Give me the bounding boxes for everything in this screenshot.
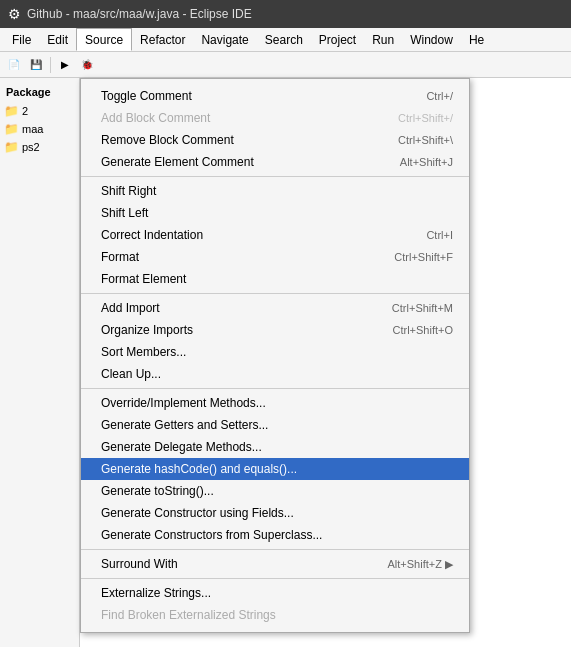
menu-section-comments: Toggle Comment Ctrl+/ Add Block Comment …: [81, 82, 469, 177]
menu-navigate[interactable]: Navigate: [193, 28, 256, 51]
menu-refactor[interactable]: Refactor: [132, 28, 193, 51]
sidebar: Package 📁 2 📁 maa 📁 ps2: [0, 78, 80, 647]
sidebar-item-2[interactable]: 📁 2: [0, 102, 79, 120]
generate-getters-setters-label: Generate Getters and Setters...: [101, 418, 268, 432]
menu-section-imports: Add Import Ctrl+Shift+M Organize Imports…: [81, 294, 469, 389]
menu-window[interactable]: Window: [402, 28, 461, 51]
find-broken-strings-label: Find Broken Externalized Strings: [101, 608, 276, 622]
toolbar-debug[interactable]: 🐞: [77, 55, 97, 75]
menu-section-externalize: Externalize Strings... Find Broken Exter…: [81, 579, 469, 629]
sidebar-item-label-2: 2: [22, 105, 28, 117]
folder-icon-maa: 📁: [4, 122, 19, 136]
menu-generate-constructors-superclass[interactable]: Generate Constructors from Superclass...: [81, 524, 469, 546]
toolbar-sep-1: [50, 57, 51, 73]
remove-block-comment-label: Remove Block Comment: [101, 133, 234, 147]
menu-source[interactable]: Source: [76, 28, 132, 51]
menu-generate-element-comment[interactable]: Generate Element Comment Alt+Shift+J: [81, 151, 469, 173]
main-area: Package 📁 2 📁 maa 📁 ps2 Toggle Comment C…: [0, 78, 571, 647]
correct-indentation-shortcut: Ctrl+I: [426, 229, 453, 241]
sidebar-item-label-maa: maa: [22, 123, 43, 135]
content-area: Toggle Comment Ctrl+/ Add Block Comment …: [80, 78, 571, 647]
menu-section-indentation: Shift Right Shift Left Correct Indentati…: [81, 177, 469, 294]
toggle-comment-shortcut: Ctrl+/: [426, 90, 453, 102]
sidebar-item-maa[interactable]: 📁 maa: [0, 120, 79, 138]
format-element-label: Format Element: [101, 272, 186, 286]
menu-shift-right[interactable]: Shift Right: [81, 180, 469, 202]
surround-with-shortcut: Alt+Shift+Z ▶: [388, 558, 453, 571]
sidebar-item-label-ps2: ps2: [22, 141, 40, 153]
menu-add-block-comment: Add Block Comment Ctrl+Shift+/: [81, 107, 469, 129]
sidebar-header: Package: [0, 82, 79, 102]
menu-shift-left[interactable]: Shift Left: [81, 202, 469, 224]
menu-edit[interactable]: Edit: [39, 28, 76, 51]
menu-section-surround: Surround With Alt+Shift+Z ▶: [81, 550, 469, 579]
add-block-comment-shortcut: Ctrl+Shift+/: [398, 112, 453, 124]
menu-find-broken-strings: Find Broken Externalized Strings: [81, 604, 469, 626]
generate-constructors-superclass-label: Generate Constructors from Superclass...: [101, 528, 322, 542]
source-dropdown-menu: Toggle Comment Ctrl+/ Add Block Comment …: [80, 78, 470, 633]
format-shortcut: Ctrl+Shift+F: [394, 251, 453, 263]
toolbar-save[interactable]: 💾: [26, 55, 46, 75]
override-implement-label: Override/Implement Methods...: [101, 396, 266, 410]
menu-externalize-strings[interactable]: Externalize Strings...: [81, 582, 469, 604]
generate-hashcode-equals-label: Generate hashCode() and equals()...: [101, 462, 297, 476]
menu-generate-delegate-methods[interactable]: Generate Delegate Methods...: [81, 436, 469, 458]
menu-format[interactable]: Format Ctrl+Shift+F: [81, 246, 469, 268]
menu-correct-indentation[interactable]: Correct Indentation Ctrl+I: [81, 224, 469, 246]
menu-sort-members[interactable]: Sort Members...: [81, 341, 469, 363]
organize-imports-label: Organize Imports: [101, 323, 193, 337]
menu-surround-with[interactable]: Surround With Alt+Shift+Z ▶: [81, 553, 469, 575]
clean-up-label: Clean Up...: [101, 367, 161, 381]
folder-icon-2: 📁: [4, 104, 19, 118]
toolbar-run[interactable]: ▶: [55, 55, 75, 75]
add-import-shortcut: Ctrl+Shift+M: [392, 302, 453, 314]
surround-with-label: Surround With: [101, 557, 178, 571]
toolbar-new[interactable]: 📄: [4, 55, 24, 75]
shift-right-label: Shift Right: [101, 184, 156, 198]
menu-generate-constructor-fields[interactable]: Generate Constructor using Fields...: [81, 502, 469, 524]
generate-element-comment-label: Generate Element Comment: [101, 155, 254, 169]
organize-imports-shortcut: Ctrl+Shift+O: [392, 324, 453, 336]
menu-override-implement[interactable]: Override/Implement Methods...: [81, 392, 469, 414]
toolbar: 📄 💾 ▶ 🐞: [0, 52, 571, 78]
remove-block-comment-shortcut: Ctrl+Shift+\: [398, 134, 453, 146]
menu-organize-imports[interactable]: Organize Imports Ctrl+Shift+O: [81, 319, 469, 341]
menu-section-generate: Override/Implement Methods... Generate G…: [81, 389, 469, 550]
menu-format-element[interactable]: Format Element: [81, 268, 469, 290]
format-label: Format: [101, 250, 139, 264]
menu-run[interactable]: Run: [364, 28, 402, 51]
menu-help[interactable]: He: [461, 28, 492, 51]
menu-add-import[interactable]: Add Import Ctrl+Shift+M: [81, 297, 469, 319]
menu-clean-up[interactable]: Clean Up...: [81, 363, 469, 385]
menu-generate-hashcode-equals[interactable]: Generate hashCode() and equals()...: [81, 458, 469, 480]
app-icon: ⚙: [8, 6, 21, 22]
title-bar: ⚙ Github - maa/src/maa/w.java - Eclipse …: [0, 0, 571, 28]
menu-generate-tostring[interactable]: Generate toString()...: [81, 480, 469, 502]
add-import-label: Add Import: [101, 301, 160, 315]
add-block-comment-label: Add Block Comment: [101, 111, 210, 125]
generate-element-comment-shortcut: Alt+Shift+J: [400, 156, 453, 168]
menu-file[interactable]: File: [4, 28, 39, 51]
menu-search[interactable]: Search: [257, 28, 311, 51]
title-text: Github - maa/src/maa/w.java - Eclipse ID…: [27, 7, 252, 21]
menu-remove-block-comment[interactable]: Remove Block Comment Ctrl+Shift+\: [81, 129, 469, 151]
correct-indentation-label: Correct Indentation: [101, 228, 203, 242]
externalize-strings-label: Externalize Strings...: [101, 586, 211, 600]
menu-toggle-comment[interactable]: Toggle Comment Ctrl+/: [81, 85, 469, 107]
generate-tostring-label: Generate toString()...: [101, 484, 214, 498]
shift-left-label: Shift Left: [101, 206, 148, 220]
generate-constructor-fields-label: Generate Constructor using Fields...: [101, 506, 294, 520]
generate-delegate-methods-label: Generate Delegate Methods...: [101, 440, 262, 454]
menu-bar: File Edit Source Refactor Navigate Searc…: [0, 28, 571, 52]
sort-members-label: Sort Members...: [101, 345, 186, 359]
sidebar-item-ps2[interactable]: 📁 ps2: [0, 138, 79, 156]
menu-generate-getters-setters[interactable]: Generate Getters and Setters...: [81, 414, 469, 436]
folder-icon-ps2: 📁: [4, 140, 19, 154]
menu-project[interactable]: Project: [311, 28, 364, 51]
toggle-comment-label: Toggle Comment: [101, 89, 192, 103]
